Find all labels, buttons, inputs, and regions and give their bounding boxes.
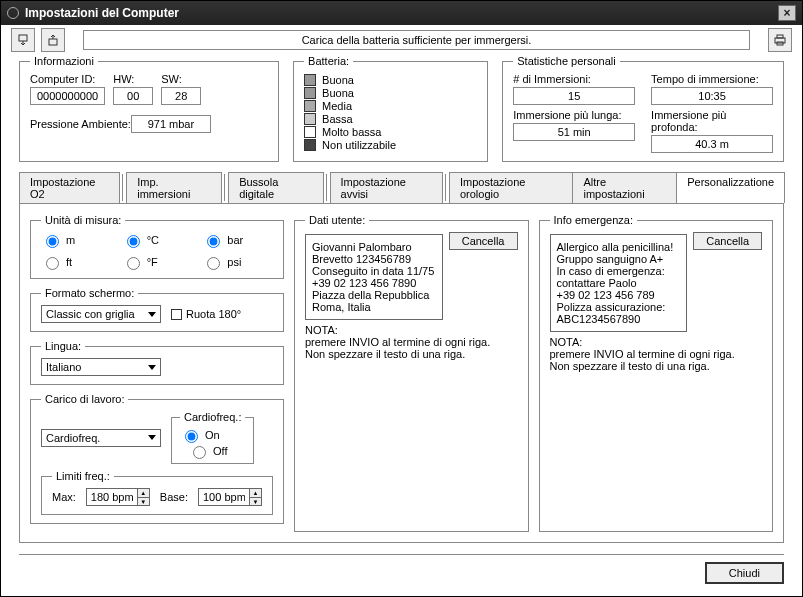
battery-level-icon (304, 126, 316, 138)
battery-level-label: Buona (322, 87, 354, 99)
battery-group: Batteria: BuonaBuonaMediaBassaMolto bass… (293, 55, 488, 162)
hw-value: 00 (113, 87, 153, 105)
svg-rect-3 (777, 35, 783, 38)
language-select[interactable]: Italiano (41, 358, 161, 376)
hw-label: HW: (113, 73, 153, 85)
unit-psi-radio[interactable]: psi (202, 254, 273, 270)
user-note-text: premere INVIO al termine di ogni riga. N… (305, 336, 490, 360)
battery-level-row: Non utilizzabile (304, 139, 477, 151)
tab-personalizzatione[interactable]: Personalizzatione (676, 172, 785, 203)
user-data-cancel-button[interactable]: Cancella (449, 232, 518, 250)
status-message: Carica della batteria sufficiente per im… (83, 30, 750, 50)
rotate-checkbox[interactable]: Ruota 180° (171, 308, 241, 320)
footer: Chiudi (19, 554, 784, 584)
longest-label: Immersione più lunga: (513, 109, 635, 121)
chevron-down-icon (148, 435, 156, 440)
stats-legend: Statistiche personali (513, 55, 619, 67)
freq-limits-legend: Limiti freq.: (52, 470, 114, 482)
language-group: Lingua: Italiano (30, 340, 284, 385)
base-label: Base: (160, 491, 188, 503)
language-legend: Lingua: (41, 340, 85, 352)
battery-level-row: Buona (304, 87, 477, 99)
units-legend: Unità di misura: (41, 214, 125, 226)
unit-bar-radio[interactable]: bar (202, 232, 273, 248)
deepest-value: 40.3 m (651, 135, 773, 153)
window-title: Impostazioni del Computer (25, 6, 778, 20)
units-group: Unità di misura: m °C bar ft °F psi (30, 214, 284, 279)
battery-legend: Batteria: (304, 55, 353, 67)
screen-format-select[interactable]: Classic con griglia (41, 305, 161, 323)
info-legend: Informazioni (30, 55, 98, 67)
user-data-group: Dati utente: Giovanni Palombaro Brevetto… (294, 214, 529, 532)
battery-level-icon (304, 100, 316, 112)
tab-impostazione-o2[interactable]: Impostazione O2 (19, 172, 120, 203)
tab-strip: Impostazione O2Imp. immersioniBussola di… (19, 172, 784, 203)
battery-level-icon (304, 113, 316, 125)
pressure-label: Pressione Ambiente: (30, 118, 131, 130)
workload-select[interactable]: Cardiofreq. (41, 429, 161, 447)
emergency-group: Info emergenza: Allergico alla penicilli… (539, 214, 774, 532)
deepest-label: Immersione più profonda: (651, 109, 773, 133)
emergency-note-text: premere INVIO al termine di ogni riga. N… (550, 348, 735, 372)
computer-id-value: 0000000000 (30, 87, 105, 105)
chevron-down-icon (148, 312, 156, 317)
unit-f-radio[interactable]: °F (122, 254, 193, 270)
battery-level-row: Buona (304, 74, 477, 86)
time-label: Tempo di immersione: (651, 73, 773, 85)
time-value: 10:35 (651, 87, 773, 105)
close-icon[interactable]: × (778, 5, 796, 21)
unit-ft-radio[interactable]: ft (41, 254, 112, 270)
workload-group: Carico di lavoro: Cardiofreq. Cardiofreq… (30, 393, 284, 524)
pressure-value: 971 mbar (131, 115, 211, 133)
unit-m-radio[interactable]: m (41, 232, 112, 248)
max-label: Max: (52, 491, 76, 503)
battery-level-label: Media (322, 100, 352, 112)
window: Impostazioni del Computer × Carica della… (0, 0, 803, 597)
freq-limits-group: Limiti freq.: Max: ▲▼ Base: ▲▼ (41, 470, 273, 515)
upload-to-device-button[interactable] (41, 28, 65, 52)
svg-rect-0 (19, 35, 27, 41)
emergency-cancel-button[interactable]: Cancella (693, 232, 762, 250)
sw-label: SW: (161, 73, 201, 85)
unit-c-radio[interactable]: °C (122, 232, 193, 248)
longest-value: 51 min (513, 123, 635, 141)
max-bpm-stepper[interactable]: ▲▼ (86, 488, 150, 506)
download-from-device-button[interactable] (11, 28, 35, 52)
battery-level-row: Bassa (304, 113, 477, 125)
screen-format-group: Formato schermo: Classic con griglia Ruo… (30, 287, 284, 332)
dives-value: 15 (513, 87, 635, 105)
close-button[interactable]: Chiudi (705, 562, 784, 584)
tab-imp-immersioni[interactable]: Imp. immersioni (126, 172, 222, 203)
app-icon (7, 7, 19, 19)
battery-level-label: Bassa (322, 113, 353, 125)
tab-impostazione-avvisi[interactable]: Impostazione avvisi (330, 172, 443, 203)
print-button[interactable] (768, 28, 792, 52)
emergency-note-head: NOTA: (550, 336, 583, 348)
user-note-head: NOTA: (305, 324, 338, 336)
info-group: Informazioni Computer ID:0000000000 HW:0… (19, 55, 279, 162)
battery-level-icon (304, 87, 316, 99)
sw-value: 28 (161, 87, 201, 105)
cardio-legend: Cardiofreq.: (180, 411, 245, 423)
base-bpm-stepper[interactable]: ▲▼ (198, 488, 262, 506)
cardio-on-radio[interactable]: On (180, 427, 245, 443)
tab-impostazione-orologio[interactable]: Impostazione orologio (449, 172, 574, 203)
user-data-textarea[interactable]: Giovanni Palombaro Brevetto 123456789 Co… (305, 234, 443, 320)
stats-group: Statistiche personali # di Immersioni:15… (502, 55, 784, 162)
svg-rect-1 (49, 39, 57, 45)
emergency-legend: Info emergenza: (550, 214, 638, 226)
cardio-group: Cardiofreq.: On Off (171, 411, 254, 464)
cardio-off-radio[interactable]: Off (188, 443, 245, 459)
tab-altre-impostazioni[interactable]: Altre impostazioni (572, 172, 677, 203)
computer-id-label: Computer ID: (30, 73, 105, 85)
chevron-down-icon (148, 365, 156, 370)
battery-level-row: Media (304, 100, 477, 112)
tab-personalization: Unità di misura: m °C bar ft °F psi Form… (19, 203, 784, 543)
battery-level-label: Non utilizzabile (322, 139, 396, 151)
dives-label: # di Immersioni: (513, 73, 635, 85)
titlebar: Impostazioni del Computer × (1, 1, 802, 25)
emergency-textarea[interactable]: Allergico alla penicillina! Gruppo sangu… (550, 234, 688, 332)
screen-legend: Formato schermo: (41, 287, 138, 299)
tab-bussola-digitale[interactable]: Bussola digitale (228, 172, 323, 203)
battery-level-label: Buona (322, 74, 354, 86)
